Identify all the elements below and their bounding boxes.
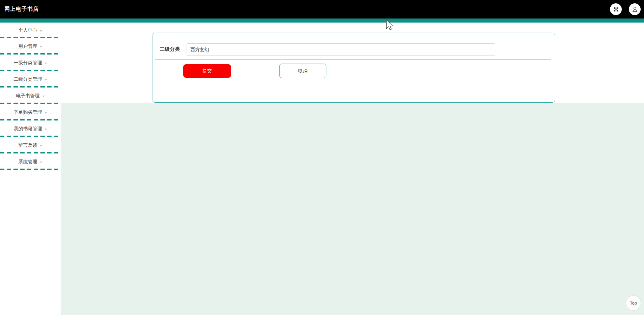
submit-button[interactable]: 提交 xyxy=(183,64,231,78)
form-divider xyxy=(155,60,551,60)
chevron-down-icon xyxy=(44,129,47,130)
page-background xyxy=(61,103,644,315)
sidebar-item-ebook-management[interactable]: 电子书管理 xyxy=(0,88,61,104)
app-title: 网上电子书店 xyxy=(4,6,39,13)
chevron-down-icon xyxy=(42,96,45,97)
app-header: 网上电子书店 xyxy=(0,0,644,19)
header-actions xyxy=(610,0,641,19)
chevron-down-icon xyxy=(40,145,42,147)
chevron-down-icon xyxy=(44,79,47,81)
sidebar-item-my-books-management[interactable]: 我的书籍管理 xyxy=(0,120,61,137)
sidebar-item-user-management[interactable]: 用户管理 xyxy=(0,38,61,55)
back-to-top-button[interactable]: Top xyxy=(626,295,641,311)
sidebar-item-label: 系统管理 xyxy=(19,159,37,165)
category-input[interactable] xyxy=(187,43,495,56)
sidebar-item-label: 二级分类管理 xyxy=(14,76,42,82)
chevron-down-icon xyxy=(44,63,47,64)
chevron-down-icon xyxy=(40,46,42,48)
sidebar-item-label: 一级分类管理 xyxy=(14,60,42,66)
sidebar-item-personal-center[interactable]: 个人中心 xyxy=(0,23,61,38)
user-profile-button[interactable] xyxy=(629,3,641,15)
sidebar-item-message-feedback[interactable]: 留言反馈 xyxy=(0,137,61,153)
sidebar-item-label: 留言反馈 xyxy=(19,142,37,148)
sidebar-item-primary-category-management[interactable]: 一级分类管理 xyxy=(0,55,61,71)
chevron-down-icon xyxy=(40,30,42,32)
chevron-down-icon xyxy=(40,162,42,163)
sidebar-item-order-purchase-management[interactable]: 下单购买管理 xyxy=(0,104,61,120)
sidebar-item-label: 用户管理 xyxy=(19,43,37,49)
sidebar-item-label: 个人中心 xyxy=(19,27,37,33)
user-icon xyxy=(631,6,639,13)
sidebar-item-label: 电子书管理 xyxy=(16,93,40,99)
sidebar-item-label: 下单购买管理 xyxy=(14,109,42,115)
secondary-category-form-card: 二级分类 提交 取消 xyxy=(153,33,555,103)
accent-bar xyxy=(0,19,644,23)
sidebar-item-secondary-category-management[interactable]: 二级分类管理 xyxy=(0,71,61,88)
sidebar-item-label: 我的书籍管理 xyxy=(14,126,42,132)
sidebar-nav: 个人中心 用户管理 一级分类管理 二级分类管理 电子书管理 下单购买管理 我的书… xyxy=(0,23,61,315)
sidebar-item-system-management[interactable]: 系统管理 xyxy=(0,153,61,170)
cancel-button[interactable]: 取消 xyxy=(279,64,326,78)
fullscreen-button[interactable] xyxy=(610,3,622,15)
chevron-down-icon xyxy=(44,112,47,114)
category-field-label: 二级分类 xyxy=(160,46,180,53)
fullscreen-icon xyxy=(612,6,620,13)
